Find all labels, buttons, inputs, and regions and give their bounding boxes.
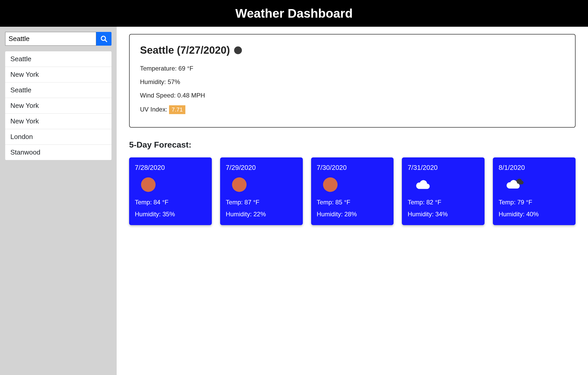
- current-weather-icon: [234, 46, 242, 54]
- current-weather-card: Seattle (7/27/2020) Temperature: 69 °F H…: [129, 34, 576, 128]
- forecast-date: 7/30/2020: [317, 164, 388, 172]
- current-temperature: Temperature: 69 °F: [140, 65, 565, 72]
- main-content: Seattle (7/27/2020) Temperature: 69 °F H…: [117, 27, 588, 375]
- forecast-humidity: Humidity: 40%: [499, 211, 570, 218]
- cloud-partial-icon: [505, 177, 525, 192]
- current-title-row: Seattle (7/27/2020): [140, 44, 565, 56]
- sidebar: SeattleNew YorkSeattleNew YorkNew YorkLo…: [0, 27, 117, 375]
- forecast-icon-wrap: [414, 177, 479, 192]
- current-humidity: Humidity: 57%: [140, 78, 565, 86]
- forecast-icon-wrap: [323, 177, 388, 192]
- search-row: [5, 32, 111, 46]
- forecast-humidity: Humidity: 28%: [317, 211, 388, 218]
- forecast-row: 7/28/2020Temp: 84 °FHumidity: 35%7/29/20…: [129, 157, 576, 225]
- forecast-date: 7/28/2020: [135, 164, 206, 172]
- uv-index-badge: 7.71: [169, 105, 185, 114]
- uv-index-label: UV Index:: [140, 106, 169, 113]
- forecast-temp: Temp: 82 °F: [408, 199, 479, 206]
- forecast-card: 7/30/2020Temp: 85 °FHumidity: 28%: [311, 157, 394, 225]
- search-button[interactable]: [96, 32, 111, 46]
- forecast-card: 8/1/2020Temp: 79 °FHumidity: 40%: [493, 157, 576, 225]
- city-search-input[interactable]: [5, 32, 96, 46]
- current-wind-speed: Wind Speed: 0.48 MPH: [140, 92, 565, 99]
- history-item[interactable]: New York: [5, 114, 111, 129]
- forecast-humidity: Humidity: 22%: [226, 211, 297, 218]
- forecast-date: 7/29/2020: [226, 164, 297, 172]
- app-title: Weather Dashboard: [0, 6, 588, 20]
- main-container: SeattleNew YorkSeattleNew YorkNew YorkLo…: [0, 27, 588, 375]
- forecast-temp: Temp: 87 °F: [226, 199, 297, 206]
- history-item[interactable]: Seattle: [5, 82, 111, 98]
- forecast-icon-wrap: [232, 177, 297, 192]
- search-history-list: SeattleNew YorkSeattleNew YorkNew YorkLo…: [5, 51, 111, 160]
- svg-line-1: [105, 40, 107, 42]
- forecast-date: 8/1/2020: [499, 164, 570, 172]
- cloud-icon: [414, 178, 431, 192]
- forecast-temp: Temp: 79 °F: [499, 199, 570, 206]
- sun-icon: [141, 177, 156, 192]
- history-item[interactable]: Stanwood: [5, 145, 111, 160]
- sun-icon: [232, 177, 247, 192]
- forecast-card: 7/31/2020Temp: 82 °FHumidity: 34%: [402, 157, 485, 225]
- svg-point-0: [101, 36, 105, 40]
- forecast-icon-wrap: [141, 177, 206, 192]
- current-uv-index-row: UV Index: 7.71: [140, 105, 565, 114]
- current-city-date: Seattle (7/27/2020): [140, 44, 230, 56]
- forecast-temp: Temp: 85 °F: [317, 199, 388, 206]
- history-item[interactable]: London: [5, 129, 111, 145]
- sun-icon: [323, 177, 338, 192]
- history-item[interactable]: New York: [5, 67, 111, 82]
- forecast-humidity: Humidity: 34%: [408, 211, 479, 218]
- forecast-icon-wrap: [505, 177, 570, 192]
- forecast-humidity: Humidity: 35%: [135, 211, 206, 218]
- search-icon: [100, 35, 108, 43]
- forecast-heading: 5-Day Forecast:: [129, 140, 576, 150]
- forecast-card: 7/29/2020Temp: 87 °FHumidity: 22%: [220, 157, 303, 225]
- app-header: Weather Dashboard: [0, 0, 588, 27]
- forecast-date: 7/31/2020: [408, 164, 479, 172]
- history-item[interactable]: Seattle: [5, 51, 111, 67]
- forecast-temp: Temp: 84 °F: [135, 199, 206, 206]
- forecast-card: 7/28/2020Temp: 84 °FHumidity: 35%: [129, 157, 212, 225]
- history-item[interactable]: New York: [5, 98, 111, 114]
